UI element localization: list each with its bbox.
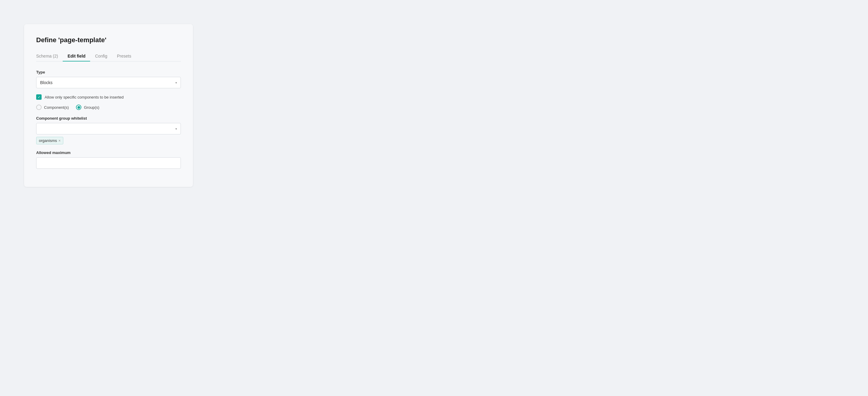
radio-groups[interactable] — [76, 104, 82, 110]
whitelist-tags: organisms × — [36, 137, 181, 144]
type-field-group: Type Blocks Text Number Boolean Date Med… — [36, 70, 181, 88]
tag-organisms-value: organisms — [39, 138, 57, 143]
radio-components-label: Component(s) — [44, 105, 69, 110]
define-panel: Define 'page-template' Schema (2) Edit f… — [24, 24, 193, 187]
allowed-max-group: Allowed maximum — [36, 150, 181, 169]
checkmark-icon: ✓ — [38, 95, 40, 99]
tag-organisms: organisms × — [36, 137, 63, 144]
type-label: Type — [36, 70, 181, 74]
allowed-max-label: Allowed maximum — [36, 150, 181, 155]
panel-title: Define 'page-template' — [36, 36, 181, 44]
tab-config[interactable]: Config — [90, 51, 112, 61]
allow-specific-checkbox-row: ✓ Allow only specific components to be i… — [36, 94, 181, 100]
allow-specific-label: Allow only specific components to be ins… — [44, 95, 124, 99]
type-select-wrapper: Blocks Text Number Boolean Date Media ▾ — [36, 77, 181, 88]
whitelist-field-group: Component group whitelist ▾ organisms × — [36, 116, 181, 144]
tab-schema[interactable]: Schema (2) — [36, 51, 63, 61]
radio-components[interactable] — [36, 104, 41, 110]
filter-type-radio-group: Component(s) Group(s) — [36, 104, 181, 110]
tab-bar: Schema (2) Edit field Config Presets — [36, 51, 181, 61]
type-select[interactable]: Blocks Text Number Boolean Date Media — [36, 77, 181, 88]
radio-groups-row[interactable]: Group(s) — [76, 104, 99, 110]
tab-edit-field[interactable]: Edit field — [63, 51, 90, 61]
whitelist-select[interactable] — [36, 123, 181, 134]
allow-specific-checkbox[interactable]: ✓ — [36, 94, 41, 100]
whitelist-label: Component group whitelist — [36, 116, 181, 121]
allowed-max-input[interactable] — [36, 157, 181, 169]
tag-organisms-remove-icon[interactable]: × — [59, 139, 61, 143]
whitelist-select-wrapper: ▾ — [36, 123, 181, 134]
radio-groups-label: Group(s) — [84, 105, 99, 110]
tab-presets[interactable]: Presets — [112, 51, 136, 61]
radio-components-row[interactable]: Component(s) — [36, 104, 69, 110]
